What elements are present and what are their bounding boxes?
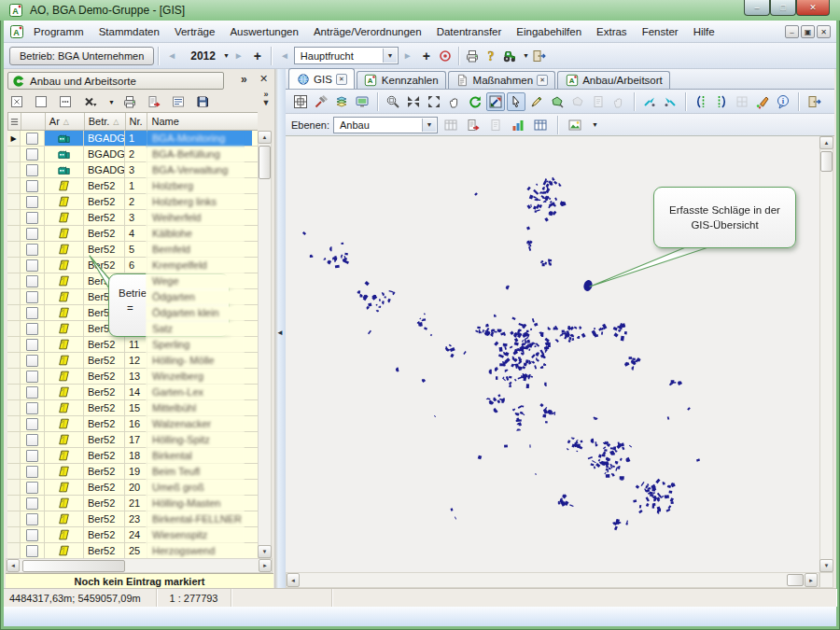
table-hscroll-thumb[interactable] <box>22 560 125 572</box>
row-checkbox[interactable] <box>26 148 38 161</box>
row-checkbox[interactable] <box>26 434 38 446</box>
zoom-rect-icon[interactable] <box>384 92 402 111</box>
tab-anbau-arbeitsort[interactable]: AAnbau/Arbeitsort <box>557 71 670 89</box>
col-checkbox[interactable] <box>21 113 46 130</box>
overview-frame-icon[interactable] <box>291 92 310 111</box>
tab-close-icon[interactable]: ✕ <box>336 74 347 85</box>
menu-item-antr-ge-verordnungen[interactable]: Anträge/Verordnungen <box>306 21 429 43</box>
table-scroll-up-icon[interactable]: ▲ <box>258 131 272 144</box>
snap-line-icon[interactable] <box>640 92 659 111</box>
row-checkbox[interactable] <box>26 529 38 541</box>
style-brush-icon[interactable] <box>753 92 772 111</box>
row-checkbox[interactable] <box>26 307 38 319</box>
close-button[interactable]: ✕ <box>796 0 830 16</box>
col-ar[interactable]: Ar△ <box>46 113 85 130</box>
exit-icon[interactable] <box>529 47 548 65</box>
map-scroll-down-icon[interactable]: ▼ <box>819 559 833 572</box>
row-checkbox[interactable] <box>26 402 38 414</box>
delete-entry-icon-caret[interactable]: ▼ <box>108 99 115 105</box>
digitize-area-icon[interactable] <box>548 92 567 111</box>
exit-gis-icon[interactable] <box>805 92 823 111</box>
map-scroll-up-icon[interactable]: ▲ <box>819 136 833 149</box>
select-ids-icon[interactable] <box>56 92 75 111</box>
table-scroll-thumb[interactable] <box>259 146 271 179</box>
layer-legend-icon[interactable] <box>531 116 550 134</box>
pan-icon[interactable] <box>445 92 464 111</box>
refresh-icon[interactable] <box>466 92 484 111</box>
table-vscrollbar[interactable] <box>258 131 272 558</box>
zoom-in-icon[interactable] <box>404 92 423 111</box>
crop-caret-icon[interactable]: ▼ <box>383 49 397 63</box>
row-checkbox[interactable] <box>26 355 38 367</box>
info-balloon-icon[interactable]: i <box>774 92 792 111</box>
panel-close-icon[interactable]: ✕ <box>259 73 268 85</box>
row-checkbox[interactable] <box>26 180 38 192</box>
help-icon[interactable]: ? <box>482 47 500 65</box>
betrieb-button[interactable]: Betrieb: BGA Unternehmen <box>9 47 154 65</box>
properties-icon[interactable] <box>169 92 188 111</box>
map-scroll-right-icon[interactable]: ► <box>805 573 818 587</box>
table-scroll-left-icon[interactable]: ◄ <box>7 559 20 572</box>
row-checkbox[interactable] <box>26 513 38 525</box>
zoom-out-icon[interactable] <box>425 92 443 111</box>
row-checkbox[interactable] <box>26 386 38 399</box>
year-caret-icon[interactable]: ▼ <box>223 52 230 59</box>
layer-export-icon[interactable] <box>464 116 483 134</box>
row-checkbox[interactable] <box>26 418 38 430</box>
menu-item-auswertungen[interactable]: Auswertungen <box>222 21 306 43</box>
row-checkbox[interactable] <box>26 482 38 494</box>
row-checkbox[interactable] <box>26 291 38 303</box>
row-checkbox[interactable] <box>26 164 38 176</box>
year-prev-icon[interactable]: ◄ <box>162 50 181 61</box>
menu-item-stammdaten[interactable]: Stammdaten <box>91 21 167 43</box>
row-checkbox[interactable] <box>26 275 38 287</box>
toolbar-overflow-icon[interactable]: »▼ <box>259 91 273 107</box>
mdi-minimize-button[interactable]: – <box>785 25 799 38</box>
crop-next-icon[interactable]: ► <box>399 50 417 61</box>
split-left-icon[interactable] <box>692 92 710 111</box>
print-list-icon[interactable] <box>120 92 139 111</box>
year-add-button[interactable]: + <box>248 49 267 63</box>
table-scroll-right-icon[interactable]: ► <box>259 559 272 572</box>
maximize-button[interactable]: □ <box>770 0 796 16</box>
menu-item-extras[interactable]: Extras <box>589 21 635 43</box>
delete-entry-icon[interactable] <box>80 92 99 111</box>
col-betr[interactable]: Betr.△ <box>85 113 126 130</box>
map-hscrollbar[interactable] <box>286 572 819 588</box>
export-list-icon[interactable] <box>145 92 163 111</box>
snap-point-icon[interactable] <box>661 92 679 111</box>
zoom-extent-icon[interactable] <box>486 92 505 111</box>
row-checkbox[interactable] <box>26 371 38 383</box>
row-checkbox[interactable] <box>26 323 38 335</box>
menu-item-fenster[interactable]: Fenster <box>635 21 686 43</box>
map-scroll-left-icon[interactable]: ◄ <box>287 573 300 587</box>
split-right-icon[interactable] <box>712 92 731 111</box>
record-icon[interactable] <box>436 47 455 65</box>
select-cursor-icon[interactable] <box>507 92 525 111</box>
mdi-close-button[interactable]: ✕ <box>817 25 831 38</box>
layer-caret-icon[interactable]: ▼ <box>422 119 436 132</box>
tab-close-icon[interactable]: ✕ <box>537 75 548 86</box>
panel-expand-icon[interactable]: » <box>241 73 247 86</box>
digitize-pen-icon[interactable] <box>527 92 546 111</box>
year-dropdown[interactable]: 2012 <box>181 49 219 63</box>
gis-tools-icon[interactable] <box>312 92 330 111</box>
crop-prev-icon[interactable]: ◄ <box>275 50 294 61</box>
background-image-icon[interactable] <box>566 116 584 134</box>
map-window-icon[interactable] <box>353 92 371 111</box>
row-checkbox[interactable] <box>26 259 38 272</box>
map-vscrollbar[interactable] <box>819 136 833 572</box>
row-checkbox[interactable] <box>26 228 38 240</box>
splitter-collapse-icon[interactable]: ◄ <box>276 329 284 337</box>
tab-gis[interactable]: GIS✕ <box>288 68 355 89</box>
map-hscroll-thumb[interactable] <box>787 574 804 586</box>
tab-kennzahlen[interactable]: AKennzahlen <box>357 71 446 89</box>
table-scroll-down-icon[interactable]: ▼ <box>258 545 272 558</box>
layers-icon[interactable] <box>332 92 351 111</box>
layer-dropdown[interactable]: Anbau▼ <box>333 117 438 133</box>
select-marked-icon[interactable] <box>7 92 26 111</box>
menu-item-eingabehilfen[interactable]: Eingabehilfen <box>509 21 589 43</box>
row-checkbox[interactable] <box>26 545 38 557</box>
panel-header-button[interactable]: Anbau und Arbeitsorte <box>7 72 224 90</box>
save-icon[interactable] <box>193 92 212 111</box>
